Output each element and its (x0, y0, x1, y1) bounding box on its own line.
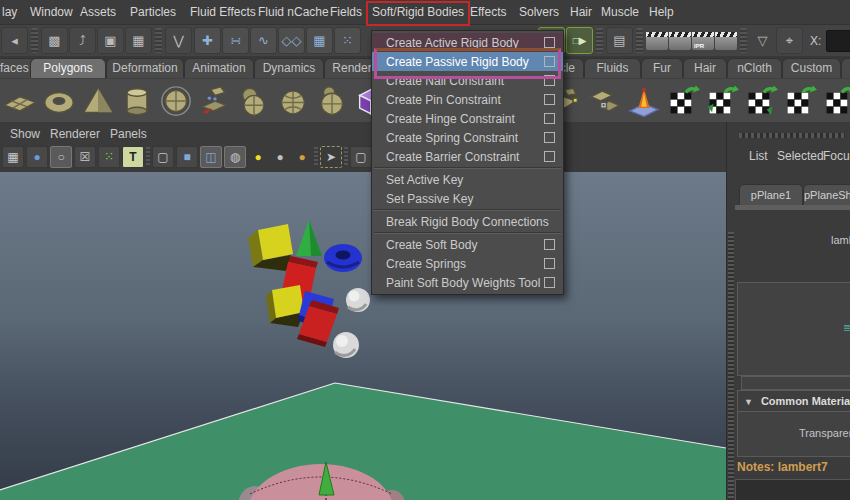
poly-plane-icon[interactable] (2, 83, 38, 119)
ae-menu-list[interactable]: List (749, 148, 768, 164)
checker-flag-3-icon[interactable] (743, 83, 779, 119)
subdiv-planes-icon[interactable] (197, 83, 233, 119)
tab-deformation[interactable]: Deformation (106, 58, 184, 78)
menu-soft-rigid-bodies[interactable]: Soft/Rigid Bodies (372, 0, 464, 24)
snap-curves-icon[interactable]: ∿ (250, 27, 277, 54)
light-gold-icon[interactable]: ● (292, 147, 312, 167)
checker-flag-5-icon[interactable] (821, 83, 850, 119)
ipr-render-icon[interactable]: IPR (692, 32, 714, 50)
sphere-pair-icon[interactable] (236, 83, 272, 119)
ae-tab-pplane1[interactable]: pPlane1 (739, 184, 803, 207)
film-strip-icon[interactable]: ▦ (2, 146, 24, 168)
no-image-icon[interactable]: ☒ (74, 146, 96, 168)
menu-item-create-hinge-constraint[interactable]: Create Hinge Constraint (372, 109, 563, 128)
menu-fluid-effects[interactable]: Fluid Effects (190, 0, 256, 24)
tab-fluids[interactable]: Fluids (584, 58, 641, 78)
option-box-icon[interactable] (544, 258, 555, 269)
select-component-cursor-icon[interactable]: ▦ (125, 27, 152, 54)
menu-item-create-passive-rigid-body[interactable]: Create Passive Rigid Body (372, 52, 563, 71)
option-box-icon[interactable] (544, 94, 555, 105)
menu-item-set-passive-key[interactable]: Set Passive Key (372, 189, 563, 208)
option-box-icon[interactable] (544, 151, 555, 162)
menu-item-paint-soft-body-weights-tool[interactable]: Paint Soft Body Weights Tool (372, 273, 563, 292)
menu-fluid-ncache[interactable]: Fluid nCache (258, 0, 329, 24)
select-object-cursor-icon[interactable]: ▣ (97, 27, 124, 54)
construction-history-icon[interactable]: ▤ (606, 27, 633, 54)
panel-menu-renderer[interactable]: Renderer (50, 124, 100, 144)
poly-sphere-circled-icon[interactable] (158, 83, 194, 119)
menu-display[interactable]: lay (2, 0, 17, 24)
menu-effects[interactable]: Effects (470, 0, 506, 24)
volcano-effect-icon[interactable] (626, 83, 662, 119)
ae-menu-focus[interactable]: Focus (823, 148, 850, 164)
statusline-separator[interactable] (740, 28, 747, 53)
tab-hair[interactable]: Hair (683, 58, 727, 78)
menu-solvers[interactable]: Solvers (519, 0, 559, 24)
poly-sphere-3-icon[interactable] (314, 83, 350, 119)
notes-textarea[interactable] (735, 479, 850, 500)
option-box-icon[interactable] (544, 56, 555, 67)
snap-points-icon[interactable]: ∺ (222, 27, 249, 54)
light-default-icon[interactable]: ● (270, 147, 290, 167)
ae-menu-selected[interactable]: Selected (777, 148, 824, 164)
marquee-select-cursor-icon[interactable]: ➤ (320, 146, 342, 168)
menu-item-create-pin-constraint[interactable]: Create Pin Constraint (372, 90, 563, 109)
shaded-wire-cube-icon[interactable]: ◫ (200, 146, 222, 168)
statusline-separator[interactable] (155, 28, 162, 53)
smooth-shaded-cube-icon[interactable]: ■ (176, 146, 198, 168)
statusline-separator[interactable] (636, 28, 643, 53)
tab-fur[interactable]: Fur (641, 58, 683, 78)
tab-dynamics[interactable]: Dynamics (254, 58, 324, 78)
section-common-material[interactable]: ▼Common Material Attributes (737, 390, 850, 412)
select-hierarchy-cursor-icon[interactable]: ⤴ (69, 27, 96, 54)
snap-lattice-icon[interactable]: ▦ (306, 27, 333, 54)
wireframe-cube-icon[interactable]: ▢ (152, 146, 174, 168)
menu-item-create-spring-constraint[interactable]: Create Spring Constraint (372, 128, 563, 147)
color-dots-icon[interactable]: ⁙ (98, 146, 120, 168)
iso-cube-icon[interactable]: ▢ (350, 146, 372, 168)
tab-custom[interactable]: Custom (782, 58, 841, 78)
snap-particles-icon[interactable]: ⁙ (334, 27, 361, 54)
poly-torus-icon[interactable] (41, 83, 77, 119)
shaded-sphere-icon[interactable]: ● (26, 146, 48, 168)
panel-menu-panels[interactable]: Panels (110, 124, 147, 144)
poly-cylinder-icon[interactable] (119, 83, 155, 119)
circle-select-icon[interactable]: ○ (50, 146, 72, 168)
menu-particles[interactable]: Particles (130, 0, 176, 24)
panel-drag-handle[interactable] (739, 133, 845, 138)
menu-window[interactable]: Window (30, 0, 73, 24)
collapse-arrow-icon[interactable]: ◂ (1, 27, 28, 54)
option-box-icon[interactable] (544, 37, 555, 48)
option-box-icon[interactable] (544, 113, 555, 124)
menu-item-create-nail-constraint[interactable]: Create Nail Constraint (372, 71, 563, 90)
option-box-icon[interactable] (544, 132, 555, 143)
menu-help[interactable]: Help (649, 0, 674, 24)
x-coordinate-input[interactable] (826, 30, 850, 52)
menu-fields[interactable]: Fields (330, 0, 362, 24)
tab-polygons[interactable]: Polygons (30, 58, 106, 78)
textured-sphere-icon[interactable]: ◍ (224, 146, 246, 168)
output-connection-icon[interactable]: □▶ (566, 27, 593, 54)
checker-flag-2-icon[interactable] (704, 83, 740, 119)
menu-muscle[interactable]: Muscle (601, 0, 639, 24)
snap-plus-icon[interactable]: ✚ (194, 27, 221, 54)
option-box-icon[interactable] (544, 75, 555, 86)
tab-extra[interactable]: S (841, 58, 850, 78)
crosshair-icon[interactable]: ⌖ (776, 27, 803, 54)
render-settings-icon[interactable] (715, 32, 737, 50)
menu-item-create-springs[interactable]: Create Springs (372, 254, 563, 273)
menu-item-create-active-rigid-body[interactable]: Create Active Rigid Body (372, 33, 563, 52)
option-box-icon[interactable] (544, 239, 555, 250)
menu-assets[interactable]: Assets (80, 0, 116, 24)
render-current-frame-icon[interactable] (669, 32, 691, 50)
menu-item-create-soft-body[interactable]: Create Soft Body (372, 235, 563, 254)
tab-animation[interactable]: Animation (184, 58, 254, 78)
option-box-icon[interactable] (544, 277, 555, 288)
checker-flag-4-icon[interactable] (782, 83, 818, 119)
menu-hair[interactable]: Hair (570, 0, 592, 24)
panel-resize-gripper[interactable] (728, 232, 734, 500)
double-chevron-down-icon[interactable]: ⋁ (165, 27, 192, 54)
text-tool-icon[interactable]: T (122, 146, 144, 168)
tile-plane-icon[interactable] (587, 83, 623, 119)
yellow-cube-1[interactable] (258, 224, 293, 260)
